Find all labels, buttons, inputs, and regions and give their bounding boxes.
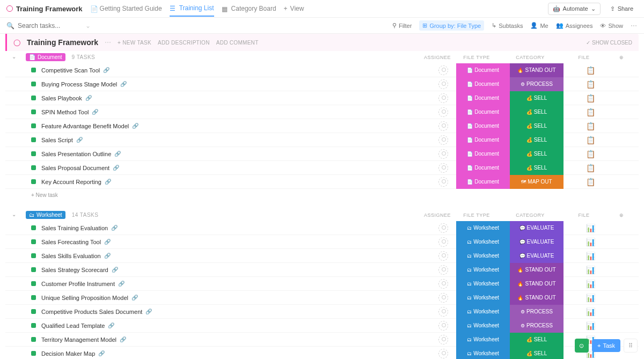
filter-button[interactable]: ⚲Filter <box>392 22 412 29</box>
status-square[interactable] <box>31 337 36 342</box>
filetype-tag[interactable]: Worksheet <box>456 263 510 277</box>
status-square[interactable] <box>31 239 36 244</box>
task-name[interactable]: Feature Advantage Benefit Model <box>41 123 129 129</box>
attachment-icon[interactable]: 🔗 <box>120 81 127 87</box>
task-row[interactable]: Key Account Reporting 🔗 Document MAP OUT… <box>5 175 639 189</box>
assignees-button[interactable]: 👥Assignees <box>556 22 593 29</box>
task-name[interactable]: Sales Training Evaluation <box>41 225 108 231</box>
file-cell[interactable]: 📊 <box>564 224 617 232</box>
task-row[interactable]: Sales Training Evaluation 🔗 Worksheet EV… <box>5 221 639 235</box>
new-task-row[interactable]: + New task <box>5 189 639 201</box>
add-column-button[interactable]: ⊕ <box>611 55 632 60</box>
assignee-cell[interactable] <box>430 149 456 159</box>
filetype-tag[interactable]: Document <box>456 175 510 189</box>
assignee-cell[interactable] <box>430 65 456 75</box>
category-tag[interactable]: SELL <box>510 119 564 133</box>
assignee-cell[interactable] <box>430 279 456 289</box>
tab-add-view[interactable]: + View <box>284 1 304 16</box>
category-tag[interactable]: SELL <box>510 133 564 147</box>
task-row[interactable]: Feature Advantage Benefit Model 🔗 Docume… <box>5 119 639 133</box>
task-name[interactable]: SPIN Method Tool <box>41 109 89 115</box>
file-cell[interactable]: 📊 <box>564 252 617 260</box>
category-tag[interactable]: PROCESS <box>510 77 564 91</box>
file-cell[interactable]: 📋 <box>564 94 617 102</box>
assignee-cell[interactable] <box>430 121 456 131</box>
category-tag[interactable]: MAP OUT <box>510 175 564 189</box>
task-name[interactable]: Territory Management Model <box>41 336 116 343</box>
share-button[interactable]: ⇪ Share <box>606 3 638 14</box>
status-square[interactable] <box>31 68 36 72</box>
assignee-cell[interactable] <box>430 223 456 233</box>
filetype-tag[interactable]: Worksheet <box>456 249 510 263</box>
status-square[interactable] <box>31 309 36 314</box>
category-tag[interactable]: PROCESS <box>510 305 564 319</box>
more-icon[interactable]: ⋯ <box>105 39 111 46</box>
assignee-cell[interactable] <box>430 293 456 303</box>
task-row[interactable]: Competitive Products Sales Document 🔗 Wo… <box>5 305 639 319</box>
status-square[interactable] <box>31 323 36 328</box>
file-cell[interactable]: 📊 <box>564 238 617 246</box>
me-button[interactable]: 👤Me <box>530 22 548 29</box>
file-cell[interactable]: 📊 <box>564 266 617 274</box>
file-cell[interactable]: 📊 <box>564 294 617 302</box>
file-cell[interactable]: 📋 <box>564 178 617 186</box>
assignee-cell[interactable] <box>430 335 456 345</box>
status-square[interactable] <box>31 225 36 230</box>
status-square[interactable] <box>31 137 36 142</box>
filetype-tag[interactable]: Worksheet <box>456 277 510 291</box>
status-square[interactable] <box>31 82 36 86</box>
filetype-tag[interactable]: Worksheet <box>456 305 510 319</box>
category-tag[interactable]: SELL <box>510 333 564 347</box>
assignee-cell[interactable] <box>430 265 456 275</box>
attachment-icon[interactable]: 🔗 <box>112 267 118 273</box>
new-task-button[interactable]: + NEW TASK <box>118 40 151 46</box>
task-row[interactable]: Sales Forecasting Tool 🔗 Worksheet EVALU… <box>5 235 639 249</box>
task-row[interactable]: Buying Process Stage Model 🔗 Document PR… <box>5 77 639 91</box>
file-cell[interactable]: 📊 <box>564 321 617 330</box>
filetype-tag[interactable]: Worksheet <box>456 333 510 347</box>
status-square[interactable] <box>31 123 36 128</box>
category-tag[interactable]: SELL <box>510 147 564 161</box>
attachment-icon[interactable]: 🔗 <box>120 336 126 342</box>
task-row[interactable]: Sales Strategy Scorecard 🔗 Worksheet STA… <box>5 263 639 277</box>
filetype-tag[interactable]: Worksheet <box>456 291 510 305</box>
assignee-cell[interactable] <box>430 163 456 173</box>
status-square[interactable] <box>31 267 36 272</box>
category-tag[interactable]: STAND OUT <box>510 291 564 305</box>
task-row[interactable]: Sales Script 🔗 Document SELL 📋 <box>5 133 639 147</box>
file-cell[interactable]: 📋 <box>564 66 617 75</box>
file-cell[interactable]: 📋 <box>564 150 617 158</box>
file-cell[interactable]: 📊 <box>564 280 617 288</box>
file-cell[interactable]: 📋 <box>564 108 617 116</box>
group-badge[interactable]: 🗂Worksheet <box>26 211 65 219</box>
add-description-button[interactable]: ADD DESCRIPTION <box>158 40 210 46</box>
group-by-button[interactable]: ⊞Group by: File Type <box>419 20 484 31</box>
attachment-icon[interactable]: 🔗 <box>104 253 111 259</box>
task-name[interactable]: Competitive Products Sales Document <box>41 309 142 315</box>
task-name[interactable]: Sales Forecasting Tool <box>41 239 101 245</box>
add-comment-button[interactable]: ADD COMMENT <box>216 40 259 46</box>
filetype-tag[interactable]: Worksheet <box>456 319 510 333</box>
task-row[interactable]: Sales Proposal Document 🔗 Document SELL … <box>5 161 639 175</box>
assignee-cell[interactable] <box>430 79 456 89</box>
tab-getting-started[interactable]: 📄 Getting Started Guide <box>90 1 162 16</box>
category-tag[interactable]: STAND OUT <box>510 63 564 77</box>
task-name[interactable]: Sales Proposal Document <box>41 165 109 171</box>
assignee-cell[interactable] <box>430 237 456 247</box>
task-row[interactable]: Customer Profile Instrument 🔗 Worksheet … <box>5 277 639 291</box>
attachment-icon[interactable]: 🔗 <box>103 67 109 73</box>
category-tag[interactable]: SELL <box>510 161 564 175</box>
category-tag[interactable]: EVALUATE <box>510 221 564 235</box>
filetype-tag[interactable]: Document <box>456 77 510 91</box>
chevron-down-icon[interactable]: ⌄ <box>12 54 19 61</box>
filetype-tag[interactable]: Document <box>456 147 510 161</box>
category-tag[interactable]: SELL <box>510 91 564 105</box>
task-name[interactable]: Qualified Lead Template <box>41 323 105 329</box>
task-name[interactable]: Sales Strategy Scorecard <box>41 267 108 273</box>
assignee-cell[interactable] <box>430 349 456 358</box>
tab-training-list[interactable]: ☰ Training List <box>170 1 214 17</box>
filetype-tag[interactable]: Worksheet <box>456 235 510 249</box>
filetype-tag[interactable]: Document <box>456 63 510 77</box>
status-square[interactable] <box>31 351 36 356</box>
task-row[interactable]: Unique Selling Proposition Model 🔗 Works… <box>5 291 639 305</box>
